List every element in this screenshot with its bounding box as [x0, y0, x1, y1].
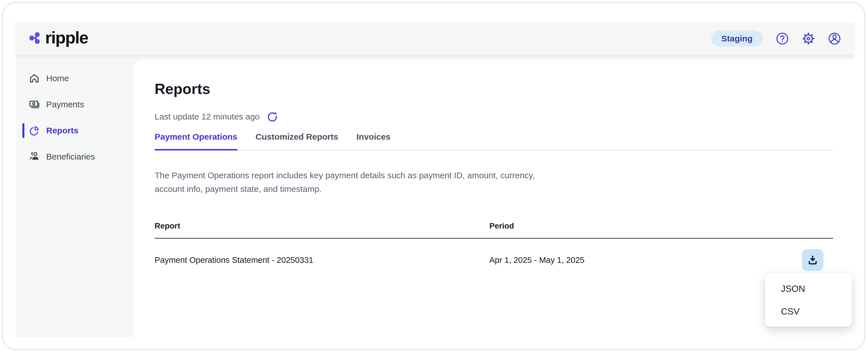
- column-header-report: Report: [155, 222, 489, 231]
- beneficiaries-icon: [29, 151, 40, 163]
- refresh-icon[interactable]: [266, 111, 278, 123]
- sidebar-item-reports[interactable]: Reports: [16, 121, 133, 140]
- reports-table: Report Period Payment Operations Stateme…: [155, 222, 833, 281]
- sidebar-item-home[interactable]: Home: [16, 69, 133, 87]
- menu-item-csv[interactable]: CSV: [765, 300, 852, 323]
- table-row: Payment Operations Statement - 20250331 …: [155, 239, 833, 281]
- last-update-row: Last update 12 minutes ago: [155, 111, 833, 123]
- top-header-bar: ripple Staging: [16, 22, 854, 55]
- report-name-cell: Payment Operations Statement - 20250331: [155, 256, 489, 265]
- main-content-panel: Reports Last update 12 minutes ago Payme…: [133, 59, 854, 337]
- app-window: ripple Staging: [16, 22, 854, 337]
- app-body: Home Payments: [16, 55, 854, 337]
- gear-icon[interactable]: [802, 32, 815, 45]
- sidebar-item-label: Beneficiaries: [46, 152, 95, 162]
- ripple-logo-icon: [29, 31, 42, 46]
- sidebar-item-label: Payments: [46, 100, 84, 109]
- avatar-icon[interactable]: [828, 32, 841, 45]
- tab-invoices[interactable]: Invoices: [356, 131, 390, 150]
- report-tabs: Payment Operations Customized Reports In…: [155, 131, 833, 150]
- sidebar-nav: Home Payments: [16, 55, 133, 337]
- tab-customized-reports[interactable]: Customized Reports: [255, 131, 338, 150]
- sidebar-item-payments[interactable]: Payments: [16, 95, 133, 114]
- report-period-cell: Apr 1, 2025 - May 1, 2025: [489, 256, 584, 265]
- table-header-row: Report Period: [155, 222, 833, 239]
- last-update-text: Last update 12 minutes ago: [155, 112, 259, 121]
- environment-badge: Staging: [711, 31, 763, 47]
- browser-card-frame: ripple Staging: [2, 2, 865, 350]
- home-icon: [29, 73, 40, 84]
- reports-pie-icon: [29, 125, 40, 136]
- tab-description: The Payment Operations report includes k…: [155, 169, 540, 196]
- tab-payment-operations[interactable]: Payment Operations: [155, 131, 238, 150]
- sidebar-item-label: Home: [46, 74, 69, 83]
- download-button[interactable]: [802, 249, 824, 271]
- sidebar-item-beneficiaries[interactable]: Beneficiaries: [16, 148, 133, 166]
- download-format-menu: JSON CSV: [765, 273, 852, 327]
- header-actions: Staging: [711, 31, 841, 47]
- help-icon[interactable]: [776, 32, 789, 45]
- download-icon: [807, 254, 818, 266]
- page-title: Reports: [155, 81, 833, 97]
- logo-wordmark: ripple: [45, 29, 88, 48]
- payments-icon: [29, 99, 40, 110]
- ripple-logo: ripple: [29, 29, 88, 48]
- column-header-period: Period: [489, 222, 514, 231]
- sidebar-item-label: Reports: [46, 126, 78, 136]
- menu-item-json[interactable]: JSON: [765, 277, 852, 300]
